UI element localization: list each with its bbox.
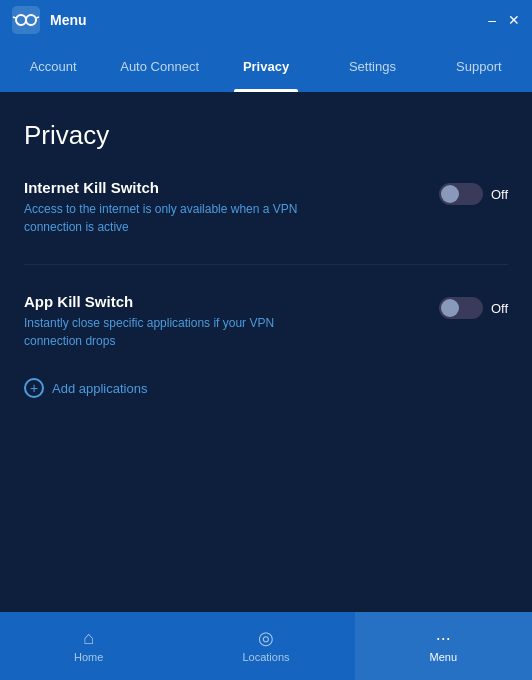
bottom-nav-home[interactable]: ⌂ Home	[0, 612, 177, 680]
app-kill-switch-toggle-group: Off	[439, 297, 508, 319]
page-title: Privacy	[24, 120, 508, 151]
tab-account[interactable]: Account	[0, 40, 106, 92]
app-kill-switch-label: App Kill Switch	[24, 293, 439, 310]
tab-support[interactable]: Support	[426, 40, 532, 92]
internet-kill-switch-info: Internet Kill Switch Access to the inter…	[24, 179, 439, 236]
menu-icon: ···	[436, 629, 451, 647]
home-icon: ⌂	[83, 629, 94, 647]
bottom-nav-menu[interactable]: ··· Menu	[355, 612, 532, 680]
app-logo-icon	[12, 6, 40, 34]
locations-icon: ◎	[258, 629, 274, 647]
toggle-thumb-app	[441, 299, 459, 317]
bottom-nav-home-label: Home	[74, 651, 103, 663]
window-controls: – ✕	[488, 13, 520, 27]
internet-kill-switch-setting: Internet Kill Switch Access to the inter…	[24, 179, 508, 236]
tab-privacy[interactable]: Privacy	[213, 40, 319, 92]
bottom-nav-locations[interactable]: ◎ Locations	[177, 612, 354, 680]
tab-settings[interactable]: Settings	[319, 40, 425, 92]
divider	[24, 264, 508, 265]
internet-kill-switch-toggle-group: Off	[439, 183, 508, 205]
internet-kill-switch-toggle[interactable]	[439, 183, 483, 205]
internet-kill-switch-toggle-label: Off	[491, 187, 508, 202]
tab-auto-connect[interactable]: Auto Connect	[106, 40, 212, 92]
app-kill-switch-toggle[interactable]	[439, 297, 483, 319]
app-kill-switch-desc: Instantly close specific applications if…	[24, 314, 324, 350]
add-applications-button[interactable]: + Add applications	[24, 378, 508, 398]
main-content: Privacy Internet Kill Switch Access to t…	[0, 92, 532, 612]
bottom-nav: ⌂ Home ◎ Locations ··· Menu	[0, 612, 532, 680]
nav-tabs: Account Auto Connect Privacy Settings Su…	[0, 40, 532, 92]
bottom-nav-locations-label: Locations	[242, 651, 289, 663]
app-kill-switch-info: App Kill Switch Instantly close specific…	[24, 293, 439, 350]
minimize-button[interactable]: –	[488, 13, 496, 27]
internet-kill-switch-label: Internet Kill Switch	[24, 179, 439, 196]
app-kill-switch-setting: App Kill Switch Instantly close specific…	[24, 293, 508, 350]
app-kill-switch-toggle-label: Off	[491, 301, 508, 316]
svg-line-4	[13, 17, 16, 18]
add-applications-label: Add applications	[52, 381, 147, 396]
bottom-nav-menu-label: Menu	[430, 651, 458, 663]
app-title: Menu	[50, 12, 488, 28]
close-button[interactable]: ✕	[508, 13, 520, 27]
add-circle-icon: +	[24, 378, 44, 398]
internet-kill-switch-desc: Access to the internet is only available…	[24, 200, 324, 236]
titlebar: Menu – ✕	[0, 0, 532, 40]
toggle-thumb-internet	[441, 185, 459, 203]
svg-line-5	[36, 17, 39, 18]
